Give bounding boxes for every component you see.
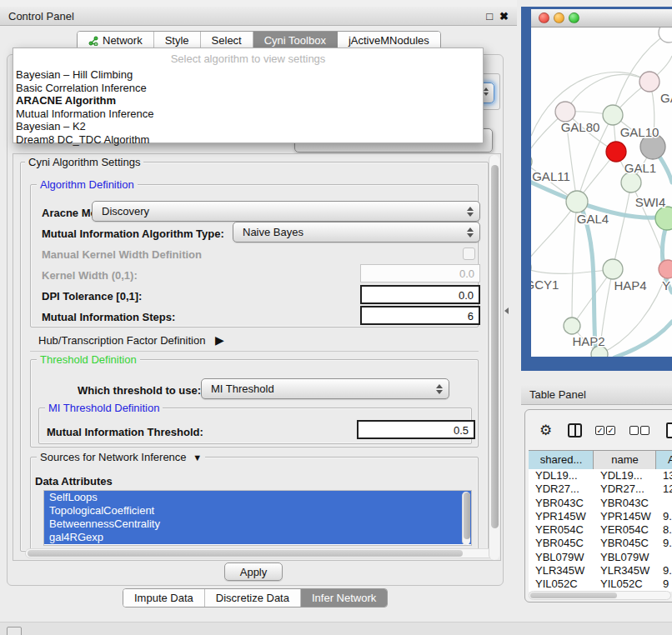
close-window-icon[interactable] [539,12,549,23]
node-gal-cut[interactable] [639,72,659,92]
algorithm-popup-placeholder: Select algorithm to view settings [13,48,483,68]
node-gal4[interactable] [566,191,588,212]
table-panel-titlebar: Table Panel [521,384,672,405]
node-red-selected[interactable] [606,142,626,162]
column-header-shared-name[interactable]: shared... [529,451,594,469]
network-window-titlebar[interactable] [531,9,672,28]
table-toolbar: ⚙ ✓ ✓ [525,417,672,443]
tab-impute-data[interactable]: Impute Data [123,589,205,607]
close-panel-icon[interactable]: ✖ [499,11,509,22]
checked-checkbox-icon[interactable]: ✓ [595,426,604,435]
node-y-cut[interactable] [659,260,672,278]
table-row[interactable]: YER054C YER054C 8. [529,523,672,537]
menu-item-basic-correlation[interactable]: Basic Correlation Inference [13,82,483,95]
mi-threshold-label: Mutual Information Threshold: [47,426,203,438]
cell-value: 12 [656,482,672,496]
node-label-swi4: SWI4 [635,195,666,209]
network-window-frame: GAL GAL80 GAL10 GAL1 GAL11 SWI4 GAL4 GCY… [521,7,672,371]
menu-item-aracne[interactable]: ARACNE Algorithm [13,94,483,108]
control-panel-title: Control Panel [8,10,74,22]
table-row[interactable]: YBL079W YBL079W [529,551,672,564]
unchecked-checkbox-icon[interactable] [640,426,649,435]
list-item[interactable]: SelfLoops [44,491,471,504]
table-row[interactable]: YIL052C YIL052C 9 [529,578,672,591]
node-gal10[interactable] [603,105,623,125]
column-header-cut[interactable]: A [656,451,672,469]
kernel-width-value: 0.0 [459,268,474,280]
cyni-algorithm-settings-title: Cyni Algorithm Settings [25,156,143,168]
columns-icon[interactable] [568,423,582,438]
menu-item-mutual-information[interactable]: Mutual Information Inference [13,108,483,121]
attributes-scrollbar[interactable] [462,492,470,545]
aracne-mode-value: Discovery [102,205,149,218]
settings-vscrollbar[interactable] [489,155,499,560]
apply-button-label: Apply [240,566,268,578]
node-label-gcy1: GCY1 [531,278,559,292]
settings-hscrollbar[interactable] [25,548,494,558]
threshold-definition-title: Threshold Definition [37,353,140,366]
mi-threshold-field[interactable]: 0.5 [357,420,475,439]
tab-infer-network[interactable]: Infer Network [301,589,387,607]
collapsed-panel-button[interactable] [7,627,22,635]
minimize-window-icon[interactable] [554,12,564,23]
menu-item-bayesian-hill-climbing[interactable]: Bayesian – Hill Climbing [13,68,483,82]
apply-button[interactable]: Apply [224,562,283,581]
tab-jactivemnodules[interactable]: jActiveMNodules [338,32,440,49]
mi-steps-field[interactable]: 6 [360,306,480,325]
zoom-window-icon[interactable] [569,12,579,23]
float-panel-icon[interactable]: □ [486,11,493,22]
document-icon[interactable] [666,422,672,438]
list-item[interactable]: BetweennessCentrality [44,518,471,531]
collapse-down-icon[interactable]: ▼ [193,452,202,462]
mi-steps-value: 6 [468,310,474,322]
cell-name: YIL052C [594,578,656,591]
node-hap2[interactable] [564,318,580,334]
node-gal80[interactable] [555,102,575,122]
cell-value [656,497,672,510]
gear-icon[interactable]: ⚙ [539,423,552,438]
table-body[interactable]: YDL19... YDL19... 13 YDR27... YDR27... 1… [529,469,672,592]
table-row[interactable]: YPR145W YPR145W 9. [529,510,672,523]
menu-item-dream8[interactable]: Dream8 DC_TDC Algorithm [13,133,483,147]
cell-shared-name: YBL079W [529,551,594,564]
mi-type-combobox[interactable]: Naive Bayes [233,222,480,242]
table-row[interactable]: YBR045C YBR045C 9. [529,537,672,550]
aracne-mode-combobox[interactable]: Discovery [92,201,480,222]
node-gal1[interactable] [621,172,641,192]
tab-cyni-toolbox[interactable]: Cyni Toolbox [253,32,338,49]
status-strip [0,622,672,635]
tab-style[interactable]: Style [154,32,201,49]
list-item[interactable]: TopologicalCoefficient [44,504,471,518]
expand-right-icon[interactable]: ▶ [215,333,224,347]
list-item[interactable]: gal4RGexp [44,531,471,544]
which-threshold-combobox[interactable]: MI Threshold [201,378,449,399]
dpi-tolerance-field[interactable]: 0.0 [360,285,480,304]
divider-collapse-icon[interactable] [504,308,509,314]
hub-definition-toggle[interactable]: Hub/Transcription Factor Definition ▶ [38,333,224,347]
table-row[interactable]: YBR043C YBR043C [529,497,672,510]
menu-item-bayesian-k2[interactable]: Bayesian – K2 [13,120,483,133]
table-header-row: shared... name A [529,450,672,470]
table-row[interactable]: YDL19... YDL19... 13 [529,469,672,482]
node-unlabeled-top[interactable] [659,28,672,42]
tab-discretize-data[interactable]: Discretize Data [205,589,301,607]
table-row[interactable]: YLR345W YLR345W 9. [529,564,672,578]
cell-name: YBR043C [594,497,656,510]
tab-select[interactable]: Select [201,32,253,49]
checked-checkbox-icon[interactable]: ✓ [606,426,615,435]
tab-network[interactable]: Network [78,32,154,49]
table-row[interactable]: YDR27... YDR27... 12 [529,482,672,496]
unchecked-checkbox-icon[interactable] [629,426,639,435]
manual-kernel-checkbox[interactable] [463,248,475,260]
cell-shared-name: YER054C [529,523,594,537]
node-hap4[interactable] [603,259,623,279]
kernel-width-field[interactable]: 0.0 [360,264,480,282]
column-header-name[interactable]: name [594,451,656,469]
tab-infer-network-label: Infer Network [312,592,376,604]
table-hscrollbar[interactable] [529,591,671,600]
sources-title-row[interactable]: Sources for Network Inference ▼ [37,451,205,463]
node-swi4[interactable] [655,207,672,230]
node-label-gal10: GAL10 [620,125,659,139]
data-attributes-list[interactable]: SelfLoops TopologicalCoefficient Between… [43,490,472,546]
network-canvas[interactable]: GAL GAL80 GAL10 GAL1 GAL11 SWI4 GAL4 GCY… [531,28,672,357]
